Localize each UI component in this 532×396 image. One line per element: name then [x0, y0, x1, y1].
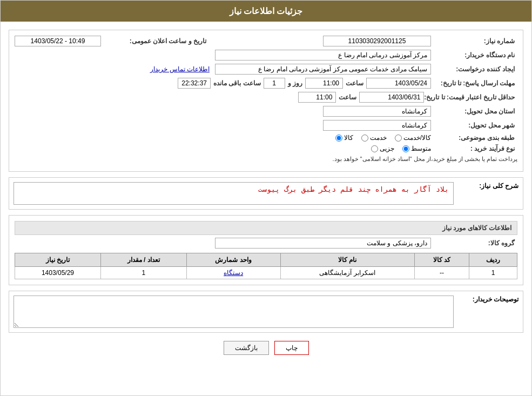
price-deadline-row: حداقل تاریخ اعتبار قیمت: تا تاریخ: 1403/…: [15, 92, 517, 103]
cell-unit: دستگاه: [186, 267, 280, 279]
cell-name-kala: اسکرابر آزمایشگاهی: [280, 267, 414, 279]
creator-label: ایجاد کننده درخواست:: [431, 65, 517, 73]
buyer-notes-textarea[interactable]: [14, 296, 454, 328]
table-header-row: ردیف کد کالا نام کالا واحد شمارش تعداد /…: [15, 253, 517, 267]
commodity-group-row: گروه کالا: دارو، پزشکی و سلامت: [15, 238, 517, 249]
radio-khedmat[interactable]: خدمت: [361, 134, 387, 142]
cell-count: 1: [100, 267, 186, 279]
category-row: طبقه بندی موضوعی: کالا/خدمت خدمت کالا: [15, 134, 517, 142]
cell-date: 1403/05/29: [15, 267, 101, 279]
page-title: جزئیات اطلاعات نیاز: [230, 6, 303, 16]
radio-kala-khedmat-input[interactable]: [395, 135, 402, 142]
process-type-label: نوع فرآیند خرید :: [431, 145, 517, 152]
city-label: شهر محل تحویل:: [431, 122, 517, 129]
cell-radif: 1: [469, 267, 517, 279]
province-value: کرمانشاه: [323, 106, 431, 117]
response-time-label: ساعت: [346, 79, 363, 87]
need-number-value: 1103030292001125: [323, 36, 431, 46]
radio-kala[interactable]: کالا: [335, 134, 353, 142]
category-label: طبقه بندی موضوعی:: [431, 134, 517, 142]
city-value: کرمانشاه: [323, 120, 431, 131]
process-radio-group: متوسط جزیی: [371, 145, 431, 152]
radio-joze-label: جزیی: [380, 145, 394, 152]
cell-kod-kala: --: [414, 267, 469, 279]
col-date: تاریخ نیاز: [15, 253, 101, 267]
col-radif: ردیف: [469, 253, 517, 267]
col-unit: واحد شمارش: [186, 253, 280, 267]
buyer-notes-label: توصیحات خریدار:: [454, 296, 518, 303]
announcement-date-value: 1403/05/22 - 10:49: [15, 36, 101, 46]
response-day-value: 1: [264, 78, 285, 89]
province-label: استان محل تحویل:: [431, 108, 517, 115]
creator-row: ایجاد کننده درخواست: سیامک مرادی خدمات ع…: [15, 64, 517, 75]
print-button[interactable]: چاپ: [274, 341, 309, 355]
footer-buttons: چاپ بازگشت: [9, 341, 523, 363]
radio-joze[interactable]: جزیی: [371, 145, 394, 152]
category-radio-group: کالا/خدمت خدمت کالا: [335, 134, 431, 142]
price-time-label: ساعت: [339, 93, 356, 101]
main-info-section: شماره نیاز: 1103030292001125 تاریخ و ساع…: [9, 30, 523, 172]
commodity-table: ردیف کد کالا نام کالا واحد شمارش تعداد /…: [15, 253, 517, 279]
need-number-row: شماره نیاز: 1103030292001125 تاریخ و ساع…: [15, 36, 517, 46]
col-kod-kala: کد کالا: [414, 253, 469, 267]
price-time-value: 11:00: [298, 92, 336, 103]
col-name-kala: نام کالا: [280, 253, 414, 267]
process-note: پرداخت تمام یا بخشی از مبلغ خرید،از محل …: [332, 156, 517, 163]
summary-label: شرح کلی نیاز:: [454, 182, 518, 190]
radio-motavaset-input[interactable]: [402, 145, 409, 152]
response-time-value: 11:00: [305, 78, 343, 89]
back-button[interactable]: بازگشت: [224, 341, 269, 355]
buyer-org-label: نام دستگاه خریدار:: [431, 51, 517, 59]
radio-kala-input[interactable]: [335, 135, 342, 142]
city-row: شهر محل تحویل: کرمانشاه: [15, 120, 517, 131]
buyer-notes-section: توصیحات خریدار:: [9, 291, 523, 333]
commodity-group-value: دارو، پزشکی و سلامت: [215, 238, 431, 249]
radio-khedmat-input[interactable]: [361, 135, 368, 142]
price-date-value: 1403/06/31: [359, 92, 424, 103]
response-timer-value: 22:32:37: [178, 78, 211, 89]
radio-kala-khedmat[interactable]: کالا/خدمت: [395, 134, 431, 142]
summary-section: شرح کلی نیاز:: [9, 177, 523, 210]
radio-motavaset-label: متوسط: [411, 145, 431, 152]
table-row: 1 -- اسکرابر آزمایشگاهی دستگاه 1 1403/05…: [15, 267, 517, 279]
commodities-section: اطلاعات کالاهای مورد نیاز گروه کالا: دار…: [9, 215, 523, 285]
response-remaining-label: ساعت باقی مانده: [213, 79, 261, 87]
creator-value: سیامک مرادی خدمات عمومی مرکز آموزشی درما…: [215, 64, 431, 75]
radio-kala-label: کالا: [344, 134, 353, 142]
price-deadline-label: حداقل تاریخ اعتبار قیمت: تا تاریخ:: [424, 93, 517, 101]
commodity-group-label: گروه کالا:: [431, 239, 517, 247]
response-deadline-label: مهلت ارسال پاسخ: تا تاریخ:: [431, 79, 517, 87]
radio-joze-input[interactable]: [371, 145, 378, 152]
radio-kala-khedmat-label: کالا/خدمت: [403, 134, 431, 142]
need-number-label: شماره نیاز:: [431, 37, 517, 45]
contact-link[interactable]: اطلاعات تماس خریدار: [150, 65, 210, 73]
response-deadline-row: مهلت ارسال پاسخ: تا تاریخ: 1403/05/24 سا…: [15, 78, 517, 89]
radio-khedmat-label: خدمت: [370, 134, 387, 142]
province-row: استان محل تحویل: کرمانشاه: [15, 106, 517, 117]
response-date-value: 1403/05/24: [366, 78, 431, 89]
commodities-title: اطلاعات کالاهای مورد نیاز: [15, 221, 517, 235]
summary-textarea[interactable]: [14, 182, 454, 205]
col-count: تعداد / مقدار: [100, 253, 186, 267]
buyer-org-row: نام دستگاه خریدار: مرکز آموزشی درمانی ام…: [15, 50, 517, 61]
process-type-row: نوع فرآیند خرید : متوسط جزیی: [15, 145, 517, 152]
process-note-row: پرداخت تمام یا بخشی از مبلغ خرید،از محل …: [15, 156, 517, 163]
buyer-org-value: مرکز آموزشی درمانی امام رضا ع: [215, 50, 431, 61]
announcement-date-label: تاریخ و ساعت اعلان عمومی:: [101, 37, 209, 45]
radio-motavaset[interactable]: متوسط: [402, 145, 431, 152]
response-day-label: روز و: [288, 79, 302, 87]
page-header: جزئیات اطلاعات نیاز: [1, 1, 531, 22]
